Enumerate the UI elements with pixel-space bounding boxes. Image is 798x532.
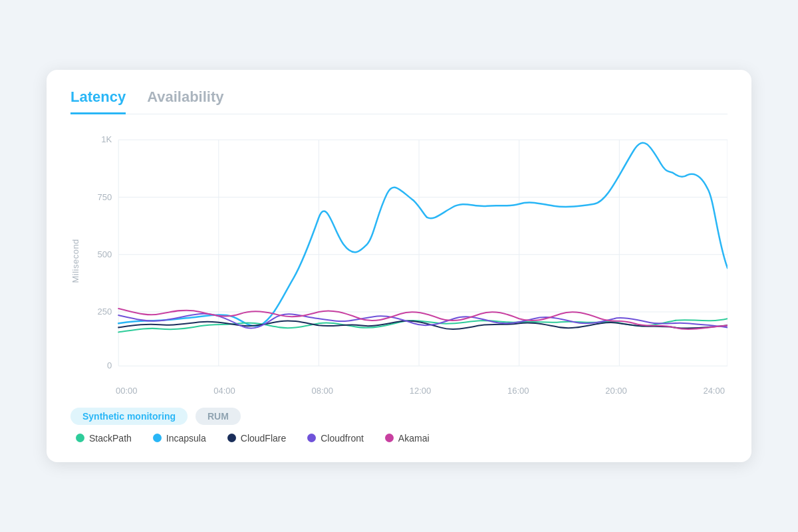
x-label-1: 04:00 <box>213 386 235 396</box>
svg-text:0: 0 <box>107 360 112 370</box>
chart-area: Milisecond <box>70 126 728 396</box>
chart-inner: 1K 750 500 250 0 <box>86 126 728 383</box>
incapsula-label: Incapsula <box>166 433 206 444</box>
cloudflare-dot <box>227 434 236 442</box>
legend-item-akamai: Akamai <box>385 433 430 444</box>
badge-synthetic[interactable]: Synthetic monitoring <box>70 408 188 425</box>
legend-item-cloudfront: Cloudfront <box>307 433 364 444</box>
y-axis-label: Milisecond <box>70 126 82 396</box>
svg-text:500: 500 <box>97 249 112 259</box>
x-axis-labels: 00:00 04:00 08:00 12:00 16:00 20:00 24:0… <box>86 386 728 396</box>
legend-item-incapsula: Incapsula <box>153 433 206 444</box>
x-label-2: 08:00 <box>311 386 333 396</box>
legend-items-row: StackPath Incapsula CloudFlare Cloudfron… <box>76 433 728 444</box>
chart-with-axes: 1K 750 500 250 0 <box>86 126 728 396</box>
legend-badge-row: Synthetic monitoring RUM <box>70 408 728 425</box>
x-label-4: 16:00 <box>507 386 529 396</box>
legend-item-cloudflare: CloudFlare <box>227 433 286 444</box>
akamai-label: Akamai <box>398 433 430 444</box>
tab-bar: Latency Availability <box>70 88 728 114</box>
svg-text:250: 250 <box>97 307 112 317</box>
incapsula-dot <box>153 434 162 442</box>
stackpath-label: StackPath <box>89 433 132 444</box>
svg-text:750: 750 <box>97 192 112 201</box>
tab-availability[interactable]: Availability <box>147 88 223 114</box>
x-label-6: 24:00 <box>703 386 725 396</box>
x-label-5: 20:00 <box>605 386 627 396</box>
cloudflare-label: CloudFlare <box>241 433 286 444</box>
x-label-3: 12:00 <box>410 386 432 396</box>
svg-text:1K: 1K <box>101 134 112 144</box>
legend-area: Synthetic monitoring RUM StackPath Incap… <box>70 408 728 444</box>
akamai-dot <box>385 434 394 442</box>
cloudfront-label: Cloudfront <box>321 433 364 444</box>
main-card: Latency Availability Milisecond <box>47 70 751 462</box>
x-label-0: 00:00 <box>116 386 138 396</box>
chart-svg: 1K 750 500 250 0 <box>86 126 728 383</box>
stackpath-dot <box>76 434 84 442</box>
cloudfront-dot <box>307 434 316 442</box>
badge-rum[interactable]: RUM <box>196 408 241 425</box>
legend-item-stackpath: StackPath <box>76 433 132 444</box>
tab-latency[interactable]: Latency <box>70 88 126 114</box>
